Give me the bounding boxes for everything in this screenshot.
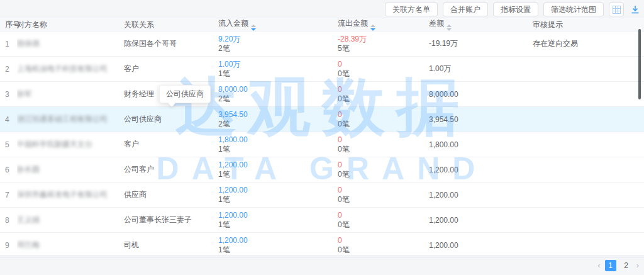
scrollbar-thumb[interactable]	[638, 29, 641, 99]
audit-hint-cell	[533, 57, 644, 82]
page-button-2[interactable]: 2	[621, 260, 632, 271]
counterparty-name: 孙长园	[17, 157, 124, 182]
diff-cell: 8,000.00	[429, 82, 533, 107]
relation-cell: 陈保国各个哥哥	[124, 31, 218, 57]
counterparty-name: 深圳市鑫裕龙电子有限公司	[17, 182, 124, 208]
diff-cell: 1,200.00	[429, 208, 533, 233]
row-index: 1	[0, 31, 17, 57]
counterparty-name: 陈保德	[17, 31, 124, 57]
table-row[interactable]: 2上海机油电子科技有限公司客户1.00万1笔00笔1.00万	[0, 57, 644, 82]
next-page-icon[interactable]: ›	[636, 260, 639, 271]
outflow-cell[interactable]: 00笔	[338, 157, 429, 182]
outflow-cell[interactable]: 00笔	[338, 182, 429, 208]
inflow-cell[interactable]: 1,800.001笔	[218, 132, 338, 157]
table-row[interactable]: 4浙江恒通基础工程有限公司公司供应商3,954.502笔00笔3,954.50	[0, 107, 644, 132]
download-icon[interactable]	[629, 3, 641, 16]
inflow-cell[interactable]: 3,954.502笔	[218, 107, 338, 132]
outflow-cell[interactable]: 00笔	[338, 132, 429, 157]
audit-hint-cell	[533, 132, 644, 157]
outflow-cell[interactable]: -28.39万5笔	[338, 31, 429, 57]
table-body: 1陈保德陈保国各个哥哥9.20万2笔-28.39万5笔-19.19万存在逆向交易…	[0, 31, 644, 258]
column-header-relation: 关联关系	[124, 18, 218, 31]
outflow-cell[interactable]: 00笔	[338, 57, 429, 82]
toolbar: 关联方名单 合并账户 指标设置 筛选统计范围	[385, 3, 641, 16]
counterparty-name: 邓兰梅	[17, 233, 124, 258]
counterparty-name: 王义娟	[17, 208, 124, 233]
inflow-cell[interactable]: 1.00万1笔	[218, 57, 338, 82]
row-index: 5	[0, 132, 17, 157]
row-index: 3	[0, 82, 17, 107]
relation-cell: 司机	[124, 233, 218, 258]
counterparty-name: 中国科学院新疆天文台	[17, 132, 124, 157]
counterparty-name: 浙江恒通基础工程有限公司	[17, 107, 124, 132]
diff-cell: -19.19万	[429, 31, 533, 57]
merge-accounts-button[interactable]: 合并账户	[443, 3, 488, 16]
table-row[interactable]: 8王义娟公司董事长张三妻子1,200.001笔00笔1,200.00	[0, 208, 644, 233]
audit-hint-cell	[533, 233, 644, 258]
related-party-transactions-page: 关联方名单 合并账户 指标设置 筛选统计范围	[0, 0, 644, 275]
relation-tooltip: 公司供应商	[159, 85, 211, 103]
audit-hint-cell	[533, 157, 644, 182]
outflow-cell[interactable]: 00笔	[338, 208, 429, 233]
audit-hint-cell	[533, 208, 644, 233]
column-header-diff[interactable]: 差额	[429, 18, 533, 31]
row-index: 7	[0, 182, 17, 208]
prev-page-icon[interactable]: ‹	[597, 260, 600, 271]
row-index: 9	[0, 233, 17, 258]
diff-cell: 1,200.00	[429, 233, 533, 258]
relation-cell: 公司董事长张三妻子	[124, 208, 218, 233]
column-header-inflow[interactable]: 流入金额	[218, 18, 338, 31]
audit-hint-cell	[533, 182, 644, 208]
sort-icon[interactable]	[447, 25, 452, 31]
transactions-table: 序号 对方名称 关联关系 流入金额 流出金额 差额 审核提示 1陈保德陈保国各个…	[0, 18, 644, 255]
column-header-outflow[interactable]: 流出金额	[338, 18, 429, 31]
relation-cell: 客户	[124, 132, 218, 157]
diff-cell: 1,800.00	[429, 132, 533, 157]
column-header-counterparty: 对方名称	[17, 18, 124, 31]
counterparty-name: 孙军	[17, 82, 124, 107]
column-header-index: 序号	[0, 18, 17, 31]
sort-icon[interactable]	[251, 25, 256, 31]
table-row[interactable]: 9邓兰梅司机1,200.001笔00笔1,200.00	[0, 233, 644, 258]
diff-cell: 1,200.00	[429, 157, 533, 182]
relation-cell: 公司客户	[124, 157, 218, 182]
row-index: 4	[0, 107, 17, 132]
relation-cell: 供应商	[124, 182, 218, 208]
diff-cell: 1.00万	[429, 57, 533, 82]
table-header-row: 序号 对方名称 关联关系 流入金额 流出金额 差额 审核提示	[0, 18, 644, 31]
table-row[interactable]: 1陈保德陈保国各个哥哥9.20万2笔-28.39万5笔-19.19万存在逆向交易	[0, 31, 644, 57]
audit-hint-cell	[533, 82, 644, 107]
table-row[interactable]: 5中国科学院新疆天文台客户1,800.001笔00笔1,800.00	[0, 132, 644, 157]
relation-cell: 客户	[124, 57, 218, 82]
column-header-audit-hint: 审核提示	[533, 18, 644, 31]
relation-cell: 公司供应商	[124, 107, 218, 132]
outflow-cell[interactable]: 00笔	[338, 107, 429, 132]
filter-statistics-range-button[interactable]: 筛选统计范围	[543, 3, 604, 16]
sort-icon[interactable]	[370, 25, 375, 31]
row-index: 2	[0, 57, 17, 82]
counterparty-name: 上海机油电子科技有限公司	[17, 57, 124, 82]
row-index: 8	[0, 208, 17, 233]
table-row[interactable]: 3孙军财务经理8,000.002笔00笔8,000.00	[0, 82, 644, 107]
audit-hint-cell	[533, 107, 644, 132]
inflow-cell[interactable]: 8,000.002笔	[218, 82, 338, 107]
inflow-cell[interactable]: 1,200.001笔	[218, 233, 338, 258]
outflow-cell[interactable]: 00笔	[338, 82, 429, 107]
inflow-cell[interactable]: 1,200.001笔	[218, 182, 338, 208]
grid-icon[interactable]	[609, 3, 624, 16]
page-button-1[interactable]: 1	[605, 260, 616, 271]
diff-cell: 1,200.00	[429, 182, 533, 208]
inflow-cell[interactable]: 9.20万2笔	[218, 31, 338, 57]
inflow-cell[interactable]: 1,200.001笔	[218, 157, 338, 182]
diff-cell: 3,954.50	[429, 107, 533, 132]
outflow-cell[interactable]: 00笔	[338, 233, 429, 258]
row-index: 6	[0, 157, 17, 182]
audit-hint-cell: 存在逆向交易	[533, 31, 644, 57]
table-row[interactable]: 7深圳市鑫裕龙电子有限公司供应商1,200.001笔00笔1,200.00	[0, 182, 644, 208]
indicator-settings-button[interactable]: 指标设置	[493, 3, 538, 16]
pagination: ‹ 1 2 ›	[597, 260, 639, 271]
related-party-list-button[interactable]: 关联方名单	[385, 3, 438, 16]
table-row[interactable]: 6孙长园公司客户1,200.001笔00笔1,200.00	[0, 157, 644, 182]
inflow-cell[interactable]: 1,200.001笔	[218, 208, 338, 233]
